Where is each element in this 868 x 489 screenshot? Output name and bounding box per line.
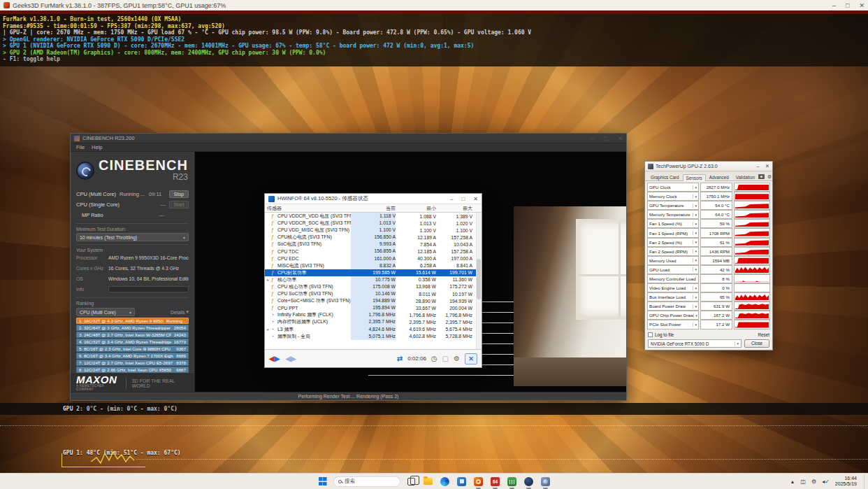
show-desktop-button[interactable]: [864, 474, 865, 489]
sensor-name-cell[interactable]: GPU Temperature ▾: [647, 201, 699, 210]
task-view-button[interactable]: [405, 476, 417, 488]
sensor-row[interactable]: ▸ L3 频率 4,824.6 MHz 4,619.6 MHz 5,675.4 …: [265, 326, 482, 333]
sensor-row[interactable]: ▸ 核心功率 10.775 W 0.358 W 11.360 W: [265, 276, 482, 283]
sensor-row[interactable]: ▸ CPU PPT 195.894 W 33.667 W 200.004 W: [265, 304, 482, 311]
edge-button[interactable]: [439, 476, 451, 488]
sensor-name-cell[interactable]: GPU Load ▾: [647, 265, 699, 274]
cinebench-taskbar-button[interactable]: [540, 476, 551, 488]
sensor-name-cell[interactable]: Bus Interface Load ▾: [647, 292, 699, 302]
ranking-row[interactable]: 5. 8C/16T @ 2.3 GHz, Intel Core i9 9880H…: [76, 346, 189, 352]
sensor-name-cell[interactable]: PCIe Slot Power ▾: [647, 320, 699, 329]
scrollbar[interactable]: [476, 213, 482, 349]
report-icon[interactable]: ▢: [442, 355, 449, 362]
chevron-down-icon[interactable]: ▾: [693, 313, 697, 318]
log-to-file-checkbox[interactable]: [648, 332, 653, 337]
ranking-row[interactable]: 4. 16C/32T @ 3.4 GHz, AMD Ryzen Threadri…: [76, 339, 189, 345]
gpuz-titlebar[interactable]: TechPowerUp GPU-Z 2.63.0 – ✕: [645, 162, 772, 171]
sensor-name-cell[interactable]: GPU Chip Power Draw ▾: [647, 311, 699, 320]
app-blue-button[interactable]: [456, 476, 468, 488]
menu-help[interactable]: Help: [92, 144, 102, 150]
sensor-name-cell[interactable]: Fan 1 Speed (%) ▾: [647, 219, 699, 228]
close-sensors-button[interactable]: ✕: [465, 353, 477, 364]
stop-button[interactable]: Stop: [169, 190, 189, 198]
network-icon[interactable]: ⚙: [811, 479, 816, 485]
chevron-down-icon[interactable]: ▾: [693, 295, 697, 299]
furmark-taskbar-button[interactable]: [472, 476, 484, 488]
reset-button[interactable]: Reset: [758, 332, 769, 337]
tray-overflow-chevron-icon[interactable]: ▲: [790, 479, 795, 484]
chevron-down-icon[interactable]: ▾: [693, 194, 697, 199]
sensor-row[interactable]: ▸ MISC电流 (SVI3 TFN) 8.832 A 6.258 A 8.84…: [265, 262, 482, 269]
sensor-row[interactable]: ▸ CPU TDC 156.855 A 12.185 A 157.258 A: [265, 248, 482, 255]
sensor-row[interactable]: ▸ CPU VDDCR_VDD 电压 (SVI3 TFN) 1.118 V 1.…: [265, 213, 482, 220]
chevron-down-icon[interactable]: ▾: [693, 304, 697, 309]
start-button[interactable]: [317, 476, 328, 488]
screenshot-camera-icon[interactable]: [758, 174, 765, 179]
gpuz-tab[interactable]: Advanced: [706, 173, 732, 180]
close-icon[interactable]: ✕: [859, 2, 865, 9]
minimize-icon[interactable]: –: [591, 135, 594, 142]
sensor-row[interactable]: ▸ CPU EDC 161.000 A 40.300 A 197.000 A: [265, 255, 482, 262]
sensor-row[interactable]: ▸ SoC电流 (SVI3 TFN) 9.993 A 7.854 A 10.04…: [265, 241, 482, 248]
volume-icon[interactable]: ◂✓: [822, 479, 830, 485]
chevron-down-icon[interactable]: ▾: [693, 231, 697, 235]
sensor-row[interactable]: ▸ CPU SoC功率 (SVI3 TFN) 10.146 W 8.011 W …: [265, 290, 482, 297]
gpu-select-dropdown[interactable]: NVIDIA GeForce RTX 5090 D ▾: [648, 339, 742, 348]
close-icon[interactable]: ✕: [473, 196, 478, 202]
chevron-down-icon[interactable]: ▾: [693, 204, 697, 208]
hamburger-menu-icon[interactable]: ≡: [774, 174, 778, 179]
start-button[interactable]: Start: [169, 201, 189, 208]
settings-gear-icon[interactable]: ⚙: [454, 355, 460, 362]
sensor-row[interactable]: ▸ Core+SoC+MISC 功率 (SVI3 TFN) 194.889 W …: [265, 297, 482, 304]
hwinfo-taskbar-button[interactable]: 64: [489, 476, 501, 488]
ranking-row[interactable]: 7. 12C/24T @ 2.7 GHz, Intel Xeon CPU E5-…: [76, 360, 189, 366]
sensor-row[interactable]: ▸ CPU封装功率 199.585 W 15.614 W 199.701 W: [265, 269, 482, 276]
sensor-row[interactable]: ▸ CPU VDDCR_SOC 电压 (SVI3 TFN) 1.013 V 1.…: [265, 220, 482, 227]
info-input[interactable]: [108, 286, 189, 292]
sensor-name-cell[interactable]: Memory Controller Load ▾: [647, 274, 699, 283]
minimize-icon[interactable]: –: [450, 196, 453, 202]
ranking-row[interactable]: 8. 12C/24T @ 2.66 GHz, Intel Xeon CPU X5…: [76, 367, 189, 373]
chevron-down-icon[interactable]: ▾: [693, 258, 697, 262]
chevron-down-icon[interactable]: ▾: [693, 222, 697, 226]
chevron-down-icon[interactable]: ▾: [693, 267, 697, 271]
chevron-down-icon[interactable]: ▾: [695, 276, 699, 281]
chevron-down-icon[interactable]: ▾: [693, 323, 697, 327]
app-dark-taskbar-button[interactable]: [523, 476, 535, 488]
maximize-icon[interactable]: □: [604, 135, 607, 142]
sensor-row[interactable]: ▸ 频率限制 - 全局 5,075.1 MHz 4,602.8 MHz 5,72…: [265, 333, 482, 340]
close-icon[interactable]: ✕: [617, 135, 623, 142]
nav-arrows-icon[interactable]: ◀▶: [269, 355, 280, 362]
ranking-row[interactable]: 6. 8C/16T @ 3.4 GHz, AMD Ryzen 7 1700X E…: [76, 353, 189, 359]
device-icon[interactable]: ◫: [800, 479, 806, 485]
maximize-icon[interactable]: □: [461, 196, 465, 202]
chevron-down-icon[interactable]: ▾: [693, 185, 697, 190]
maximize-icon[interactable]: □: [846, 2, 849, 9]
minimize-icon[interactable]: –: [832, 2, 836, 9]
sensor-name-cell[interactable]: Memory Temperature ▾: [647, 210, 699, 219]
ranking-row[interactable]: 3. 24C/48T @ 2.7 GHz, Intel Xeon W-3265M…: [76, 332, 189, 338]
gpuz-tab[interactable]: Validation: [732, 173, 758, 180]
ranking-row[interactable]: 2. 32C/64T @ 3 GHz, AMD Ryzen Threadripp…: [76, 325, 189, 331]
app-green-taskbar-button[interactable]: [506, 476, 518, 488]
nav-arrows-dim-icon[interactable]: ◀▶: [285, 355, 296, 362]
cinebench-titlebar[interactable]: CINEBENCH R23.200 – □ ✕: [71, 134, 626, 143]
col-max[interactable]: 最大: [436, 205, 479, 212]
close-icon[interactable]: ✕: [765, 163, 769, 169]
details-toggle[interactable]: Details: [171, 310, 185, 315]
scrollbar-thumb[interactable]: [477, 259, 481, 299]
transfer-icon[interactable]: ⇄: [397, 355, 403, 362]
furmark-titlebar[interactable]: Geeks3D FurMark v1.38.1.0 - 387FPS, GPU1…: [0, 0, 868, 10]
sensor-row[interactable]: ▸ CPU 核心功率 (SVI3 TFN) 175.008 W 13.968 W…: [265, 283, 482, 290]
sensor-name-cell[interactable]: Memory Clock ▾: [647, 192, 699, 201]
gpuz-tab[interactable]: Sensors: [683, 174, 706, 181]
sensor-row[interactable]: ▸ CPU核心电流 (SVI3 TFN) 156.850 A 12.189 A …: [265, 234, 482, 241]
sensor-name-cell[interactable]: Fan 2 Speed (%) ▾: [647, 238, 699, 247]
col-current[interactable]: 当前: [351, 205, 396, 212]
ranking-filter-dropdown[interactable]: CPU (Multi Core) ▾: [76, 308, 135, 316]
sensor-name-cell[interactable]: Video Engine Load ▾: [647, 283, 699, 292]
menu-file[interactable]: File: [76, 144, 85, 150]
sensor-row[interactable]: ▸ 内存控制器频率 (UCLK) 2,395.7 MHz 2,395.7 MHz…: [265, 318, 482, 325]
hwinfo-titlebar[interactable]: HWiNFO® 64 v8.10-5520 - 传感器状态 – □ ✕: [265, 194, 482, 204]
tray-clock[interactable]: 16:44 2025/5/19: [835, 476, 857, 487]
